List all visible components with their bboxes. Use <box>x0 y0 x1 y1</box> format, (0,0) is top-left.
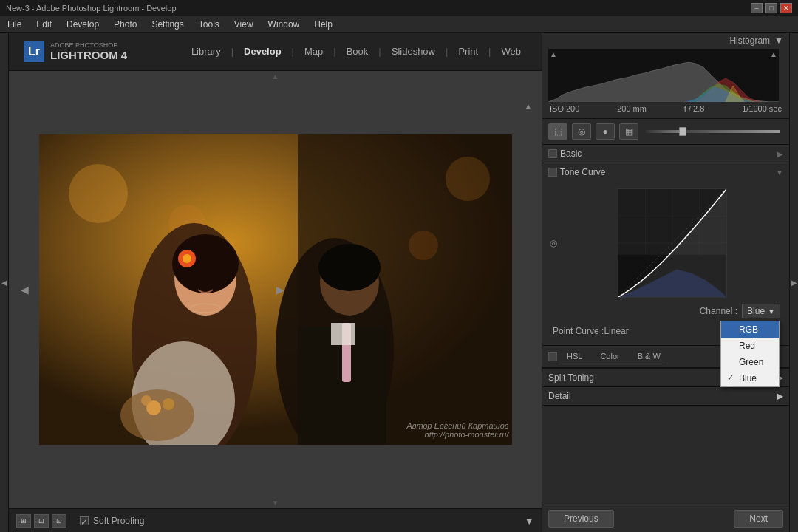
menu-tools[interactable]: Tools <box>196 18 222 31</box>
photo-svg <box>39 134 512 445</box>
nav-book[interactable]: Book <box>341 43 375 60</box>
tone-curve-header[interactable]: Tone Curve ▼ <box>542 163 789 181</box>
tab-bw[interactable]: B & W <box>631 349 667 364</box>
view-icon-2[interactable]: ⊡ <box>34 514 49 528</box>
channel-row: Channel : Blue ▼ RGB Red Green Blue <box>548 301 783 321</box>
histogram-label: Histogram <box>548 35 770 46</box>
detail-toggle[interactable]: ▶ <box>777 391 783 401</box>
menu-file[interactable]: File <box>4 18 24 31</box>
nav-web[interactable]: Web <box>496 43 528 60</box>
tone-slider[interactable] <box>646 130 780 133</box>
menu-window[interactable]: Window <box>265 18 303 31</box>
histogram-section: ▲ Histogram ▼ ▲ ▲ <box>542 33 789 119</box>
bottom-toolbar: ⊞ ⊡ ⊡ ✓ Soft Proofing ▼ <box>9 508 542 532</box>
hist-left-clip[interactable]: ▲ <box>550 50 557 58</box>
svg-point-2 <box>69 164 128 223</box>
curve-svg <box>618 189 726 297</box>
nav-print[interactable]: Print <box>452 43 484 60</box>
shutter-value: 1/1000 sec <box>742 104 782 113</box>
bottom-icons: ⊞ ⊡ ⊡ <box>16 514 66 528</box>
histogram-canvas: ▲ ▲ <box>548 49 779 102</box>
logo-title: LIGHTROOM 4 <box>50 49 127 61</box>
nav-develop[interactable]: Develop <box>238 43 287 60</box>
titlebar-title: New-3 - Adobe Photoshop Lightroom - Deve… <box>6 4 177 13</box>
dropdown-item-green[interactable]: Green <box>721 354 779 370</box>
collapse-left-arrow[interactable]: ◀ <box>21 284 29 296</box>
dropdown-item-rgb[interactable]: RGB <box>721 321 779 338</box>
channel-dropdown-arrow: ▼ <box>768 307 775 316</box>
menu-edit[interactable]: Edit <box>33 18 55 31</box>
crop-tool[interactable]: ⬚ <box>548 123 567 140</box>
window-controls: – □ ✕ <box>751 3 792 13</box>
point-curve-value: Linear <box>604 326 628 336</box>
left-panel-toggle[interactable]: ◀ <box>0 33 9 532</box>
tool-row: ⬚ ◎ ● ▦ <box>542 119 789 145</box>
histogram-svg <box>548 49 779 102</box>
scroll-down-arrow[interactable]: ▼ <box>9 497 542 508</box>
curve-point-icon[interactable]: ◎ <box>548 238 559 248</box>
point-curve-label: Point Curve : <box>553 326 604 336</box>
scroll-up-arrow[interactable]: ▲ <box>9 71 542 82</box>
tone-curve-section: ◎ <box>542 181 789 345</box>
channel-select-button[interactable]: Blue ▼ RGB Red Green Blue <box>742 304 780 318</box>
histogram-toggle[interactable]: ▼ <box>774 35 783 46</box>
nav-slideshow[interactable]: Slideshow <box>386 43 441 60</box>
spot-heal-tool[interactable]: ◎ <box>572 123 591 140</box>
grad-filter-tool[interactable]: ▦ <box>619 123 638 140</box>
menu-photo[interactable]: Photo <box>111 18 140 31</box>
soft-proof-label: Soft Proofing <box>93 516 144 526</box>
bottom-nav-buttons: Previous Next <box>542 505 789 532</box>
tone-curve-toggle[interactable]: ▼ <box>776 168 783 177</box>
curve-container: ◎ <box>548 185 783 301</box>
bottom-dropdown-arrow[interactable]: ▼ <box>524 515 534 527</box>
main-layout: ◀ Lr ADOBE PHOTOSHOP LIGHTROOM 4 Library… <box>0 33 798 532</box>
basic-panel-icon <box>548 149 557 158</box>
basic-panel-toggle[interactable]: ▶ <box>777 150 783 158</box>
view-icon-1[interactable]: ⊞ <box>16 514 31 528</box>
dropdown-item-blue[interactable]: Blue <box>721 370 779 386</box>
detail-header[interactable]: Detail ▶ <box>542 387 789 406</box>
basic-panel-label: Basic <box>560 149 582 159</box>
tone-curve-panel: Tone Curve ▼ ◎ <box>542 163 789 346</box>
image-area: Автор Евгений Карташов http://photo-mons… <box>9 82 542 497</box>
iso-value: ISO 200 <box>550 104 579 113</box>
redeye-tool[interactable]: ● <box>596 123 615 140</box>
lr-badge: Lr <box>24 41 44 62</box>
collapse-right-arrow[interactable]: ▶ <box>276 284 284 296</box>
tab-hsl[interactable]: HSL <box>560 349 589 364</box>
soft-proof-checkbox[interactable]: ✓ <box>80 516 89 525</box>
hist-right-clip[interactable]: ▲ <box>770 50 777 58</box>
center-area: Lr ADOBE PHOTOSHOP LIGHTROOM 4 Library |… <box>9 33 542 532</box>
maximize-button[interactable]: □ <box>765 3 777 13</box>
titlebar: New-3 - Adobe Photoshop Lightroom - Deve… <box>0 0 798 16</box>
menu-view[interactable]: View <box>231 18 256 31</box>
split-toning-label: Split Toning <box>548 372 594 383</box>
nav-library[interactable]: Library <box>185 43 227 60</box>
channel-value: Blue <box>747 306 765 316</box>
menu-settings[interactable]: Settings <box>149 18 186 31</box>
hsl-panel-icon <box>548 352 557 361</box>
photo-frame: Автор Евгений Карташов http://photo-mons… <box>39 134 512 445</box>
tab-color[interactable]: Color <box>593 349 626 364</box>
menu-help[interactable]: Help <box>311 18 335 31</box>
minimize-button[interactable]: – <box>751 3 763 13</box>
logo-text: ADOBE PHOTOSHOP LIGHTROOM 4 <box>50 41 127 61</box>
dropdown-item-red[interactable]: Red <box>721 338 779 354</box>
svg-point-11 <box>183 254 191 263</box>
menu-develop[interactable]: Develop <box>64 18 102 31</box>
camera-info: ISO 200 200 mm f / 2.8 1/1000 sec <box>548 102 783 115</box>
right-panel-toggle[interactable]: ▶ <box>789 33 798 532</box>
svg-point-22 <box>141 395 151 406</box>
right-panel: ▲ Histogram ▼ ▲ ▲ <box>542 33 789 532</box>
aperture-value: f / 2.8 <box>684 104 705 113</box>
view-icon-3[interactable]: ⊡ <box>52 514 66 528</box>
nav-map[interactable]: Map <box>299 43 329 60</box>
soft-proofing-toggle: ✓ Soft Proofing <box>80 516 144 526</box>
basic-panel-header[interactable]: Basic ▶ <box>542 145 789 163</box>
tone-curve-graph[interactable] <box>618 188 727 298</box>
logo-subtitle: ADOBE PHOTOSHOP <box>50 41 127 49</box>
bottom-right: ▼ <box>524 515 534 527</box>
previous-button[interactable]: Previous <box>548 510 614 528</box>
close-button[interactable]: ✕ <box>780 3 792 13</box>
next-button[interactable]: Next <box>734 510 783 528</box>
